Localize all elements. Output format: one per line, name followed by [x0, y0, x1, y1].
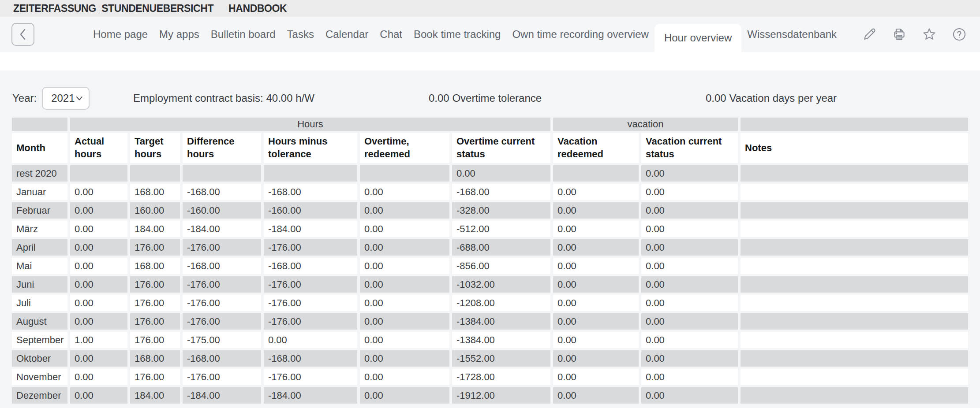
table-cell [741, 165, 968, 182]
table-cell: 0.00 [360, 387, 449, 404]
table-cell: -1728.00 [452, 369, 550, 385]
table-cell: 0.00 [360, 332, 449, 348]
table-cell [130, 165, 180, 182]
printer-icon[interactable] [892, 27, 907, 42]
table-cell: -856.00 [452, 258, 550, 274]
table-cell: 0.00 [553, 184, 639, 200]
table-cell: 0.00 [360, 369, 449, 385]
table-cell: -176.00 [264, 369, 357, 385]
table-cell: 0.00 [553, 221, 639, 237]
column-header-target-hours: Target hours [130, 133, 180, 163]
column-header-actual-hours: Actual hours [70, 133, 127, 163]
contract-basis-stat: Employment contract basis: 40.00 h/W [133, 92, 314, 104]
back-button[interactable] [11, 23, 34, 46]
table-cell: 176.00 [130, 276, 180, 293]
table-cell: 0.00 [360, 202, 449, 219]
table-cell: 0.00 [70, 295, 127, 311]
table-cell [741, 369, 968, 385]
table-cell: -176.00 [183, 313, 261, 330]
table-cell: -1208.00 [452, 295, 550, 311]
month-cell: Oktober [12, 350, 67, 367]
table-cell: 0.00 [641, 258, 738, 274]
column-header-overtime-redeemed: Overtime, redeemed [360, 133, 449, 163]
table-cell: 0.00 [360, 239, 449, 256]
table-cell: 0.00 [641, 276, 738, 293]
month-cell: Mai [12, 258, 67, 274]
table-cell: -176.00 [183, 369, 261, 385]
table-cell: -184.00 [264, 221, 357, 237]
table-cell: -160.00 [183, 202, 261, 219]
table-cell: -184.00 [264, 387, 357, 404]
table-cell: 0.00 [553, 387, 639, 404]
handbook-link[interactable]: HANDBOOK [228, 3, 287, 15]
month-cell: Februar [12, 202, 67, 219]
table-cell [741, 276, 968, 293]
table-cell: -176.00 [264, 276, 357, 293]
filter-row: Year: 2021 Employment contract basis: 40… [0, 86, 980, 110]
column-header-difference-hours: Difference hours [183, 133, 261, 163]
table-cell: 184.00 [130, 221, 180, 237]
table-wrap: HoursvacationMonthActual hoursTarget hou… [9, 115, 980, 406]
table-cell: 176.00 [130, 332, 180, 348]
nav-item-own-time-recording-overview[interactable]: Own time recording overview [506, 17, 654, 52]
year-select-value: 2021 [51, 92, 75, 104]
nav-item-home-page[interactable]: Home page [87, 17, 153, 52]
table-cell: -328.00 [452, 202, 550, 219]
pencil-icon[interactable] [862, 27, 877, 42]
notes-group-spacer [741, 118, 968, 131]
table-cell: 0.00 [452, 165, 550, 182]
content-top-band [0, 52, 980, 70]
table-cell: 0.00 [641, 350, 738, 367]
table-cell: -168.00 [264, 184, 357, 200]
table-cell: 0.00 [70, 239, 127, 256]
nav-item-bulletin-board[interactable]: Bulletin board [205, 17, 281, 52]
table-cell [741, 332, 968, 348]
table-cell: -160.00 [264, 202, 357, 219]
table-cell [741, 184, 968, 200]
table-cell [741, 221, 968, 237]
column-header-vacation-redeemed: Vacation redeemed [553, 133, 639, 163]
year-select[interactable]: 2021 [42, 87, 90, 110]
table-row: Februar0.00160.00-160.00-160.000.00-328.… [12, 202, 968, 219]
table-cell: 176.00 [130, 313, 180, 330]
table-cell: -1384.00 [452, 313, 550, 330]
table-row: Januar0.00168.00-168.00-168.000.00-168.0… [12, 184, 968, 200]
table-cell: 168.00 [130, 184, 180, 200]
table-row: September1.00176.00-175.000.000.00-1384.… [12, 332, 968, 348]
nav-item-my-apps[interactable]: My apps [153, 17, 205, 52]
table-cell: -1384.00 [452, 332, 550, 348]
chevron-down-icon [75, 94, 84, 103]
table-cell: 0.00 [70, 313, 127, 330]
nav-item-hour-overview[interactable]: Hour overview [655, 24, 741, 52]
column-header-month: Month [12, 133, 67, 163]
hours-table: HoursvacationMonthActual hoursTarget hou… [9, 115, 971, 406]
nav-item-chat[interactable]: Chat [374, 17, 408, 52]
table-cell: -175.00 [183, 332, 261, 348]
table-cell: -168.00 [183, 184, 261, 200]
nav-item-book-time-tracking[interactable]: Book time tracking [408, 17, 506, 52]
nav-item-wissensdatenbank[interactable]: Wissensdatenbank [741, 17, 842, 52]
table-cell: 160.00 [130, 202, 180, 219]
table-cell: 0.00 [360, 276, 449, 293]
star-icon[interactable] [922, 27, 937, 42]
table-cell: -168.00 [183, 258, 261, 274]
nav-action-icons [862, 27, 969, 42]
column-header-hours-minus-tolerance: Hours minus tolerance [264, 133, 357, 163]
nav-item-tasks[interactable]: Tasks [281, 17, 320, 52]
table-cell: -688.00 [452, 239, 550, 256]
table-row: Juni0.00176.00-176.00-176.000.00-1032.00… [12, 276, 968, 293]
table-cell: -168.00 [183, 350, 261, 367]
month-cell: rest 2020 [12, 165, 67, 182]
table-cell: 0.00 [553, 258, 639, 274]
table-cell: -168.00 [452, 184, 550, 200]
table-cell: -1912.00 [452, 387, 550, 404]
month-cell: Januar [12, 184, 67, 200]
column-header-notes: Notes [741, 133, 968, 163]
title-bar: ZEITERFASSUNG_STUNDENUEBERSICHT HANDBOOK [0, 0, 980, 17]
help-icon[interactable] [952, 27, 967, 42]
table-cell: 0.00 [641, 295, 738, 311]
table-row: Mai0.00168.00-168.00-168.000.00-856.000.… [12, 258, 968, 274]
table-cell: -1032.00 [452, 276, 550, 293]
table-cell: 0.00 [641, 221, 738, 237]
nav-item-calendar[interactable]: Calendar [320, 17, 374, 52]
